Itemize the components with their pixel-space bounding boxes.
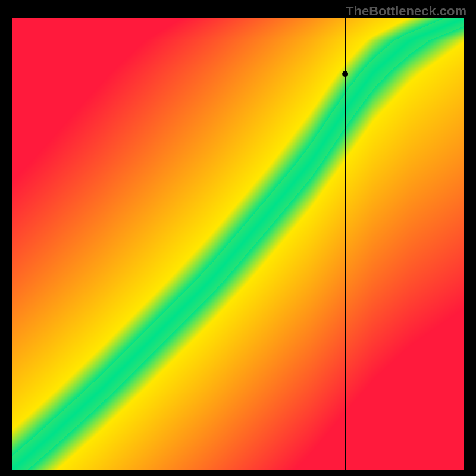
marker-dot (0, 0, 476, 476)
chart-container: TheBottleneck.com (0, 0, 476, 476)
watermark-text: TheBottleneck.com (346, 4, 466, 19)
